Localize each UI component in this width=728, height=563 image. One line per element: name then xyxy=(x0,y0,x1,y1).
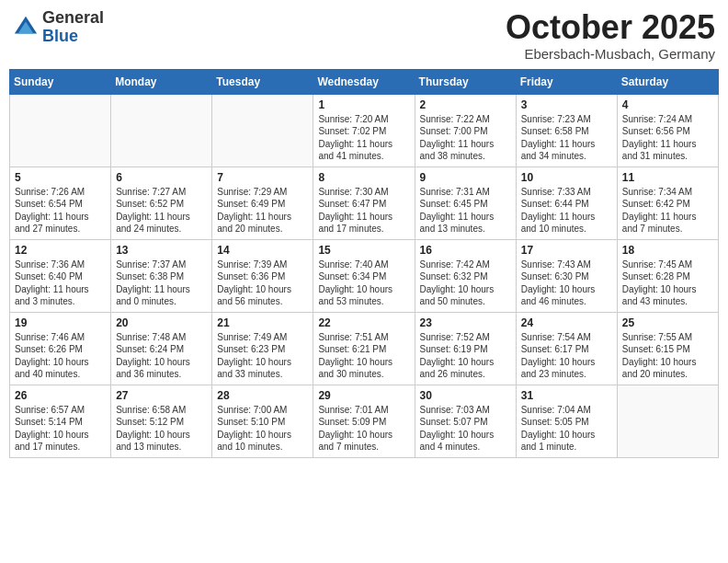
day-info: Sunrise: 7:23 AM Sunset: 6:58 PM Dayligh… xyxy=(521,113,612,163)
day-number: 29 xyxy=(318,389,409,402)
day-info: Sunrise: 7:49 AM Sunset: 6:23 PM Dayligh… xyxy=(217,331,308,381)
title-block: October 2025 Ebersbach-Musbach, Germany xyxy=(506,9,715,62)
day-number: 27 xyxy=(116,389,207,402)
day-info: Sunrise: 7:04 AM Sunset: 5:05 PM Dayligh… xyxy=(521,404,612,454)
calendar-week-row: 19Sunrise: 7:46 AM Sunset: 6:26 PM Dayli… xyxy=(10,312,719,385)
day-info: Sunrise: 7:31 AM Sunset: 6:45 PM Dayligh… xyxy=(420,186,511,236)
calendar-cell xyxy=(617,385,718,457)
day-info: Sunrise: 7:48 AM Sunset: 6:24 PM Dayligh… xyxy=(116,331,207,381)
calendar-cell: 1Sunrise: 7:20 AM Sunset: 7:02 PM Daylig… xyxy=(313,94,415,167)
logo-blue-text: Blue xyxy=(42,28,104,46)
day-number: 31 xyxy=(521,389,612,402)
calendar-cell: 7Sunrise: 7:29 AM Sunset: 6:49 PM Daylig… xyxy=(212,167,313,239)
day-number: 28 xyxy=(217,389,308,402)
day-header-friday: Friday xyxy=(516,69,617,94)
calendar-cell: 8Sunrise: 7:30 AM Sunset: 6:47 PM Daylig… xyxy=(313,167,415,239)
day-number: 3 xyxy=(521,98,612,111)
calendar-cell: 22Sunrise: 7:51 AM Sunset: 6:21 PM Dayli… xyxy=(313,312,415,385)
day-number: 8 xyxy=(318,171,409,184)
day-number: 30 xyxy=(420,389,511,402)
day-number: 21 xyxy=(217,316,308,329)
calendar-week-row: 26Sunrise: 6:57 AM Sunset: 5:14 PM Dayli… xyxy=(10,385,719,457)
day-number: 17 xyxy=(521,244,612,257)
calendar-cell: 29Sunrise: 7:01 AM Sunset: 5:09 PM Dayli… xyxy=(313,385,415,457)
day-info: Sunrise: 7:54 AM Sunset: 6:17 PM Dayligh… xyxy=(521,331,612,381)
logo-text: General Blue xyxy=(42,9,104,46)
calendar-cell: 12Sunrise: 7:36 AM Sunset: 6:40 PM Dayli… xyxy=(10,239,111,312)
calendar-week-row: 12Sunrise: 7:36 AM Sunset: 6:40 PM Dayli… xyxy=(10,239,719,312)
day-number: 13 xyxy=(116,244,207,257)
day-info: Sunrise: 7:37 AM Sunset: 6:38 PM Dayligh… xyxy=(116,259,207,308)
calendar-cell: 16Sunrise: 7:42 AM Sunset: 6:32 PM Dayli… xyxy=(415,239,516,312)
day-info: Sunrise: 6:58 AM Sunset: 5:12 PM Dayligh… xyxy=(116,404,207,454)
day-number: 10 xyxy=(521,171,612,184)
day-number: 14 xyxy=(217,244,308,257)
day-number: 18 xyxy=(622,244,713,257)
day-number: 9 xyxy=(420,171,511,184)
day-info: Sunrise: 7:27 AM Sunset: 6:52 PM Dayligh… xyxy=(116,186,207,236)
day-number: 24 xyxy=(521,316,612,329)
day-info: Sunrise: 7:33 AM Sunset: 6:44 PM Dayligh… xyxy=(521,186,612,236)
calendar-cell: 6Sunrise: 7:27 AM Sunset: 6:52 PM Daylig… xyxy=(111,167,212,239)
day-number: 20 xyxy=(116,316,207,329)
day-number: 25 xyxy=(622,316,713,329)
day-info: Sunrise: 7:22 AM Sunset: 7:00 PM Dayligh… xyxy=(420,113,511,163)
day-number: 1 xyxy=(318,98,409,111)
calendar-table: SundayMondayTuesdayWednesdayThursdayFrid… xyxy=(9,69,719,458)
calendar-cell: 31Sunrise: 7:04 AM Sunset: 5:05 PM Dayli… xyxy=(516,385,617,457)
day-info: Sunrise: 7:55 AM Sunset: 6:15 PM Dayligh… xyxy=(622,331,713,381)
logo: General Blue xyxy=(13,9,104,46)
calendar-cell: 15Sunrise: 7:40 AM Sunset: 6:34 PM Dayli… xyxy=(313,239,415,312)
day-number: 6 xyxy=(116,171,207,184)
day-number: 19 xyxy=(15,316,106,329)
day-number: 2 xyxy=(420,98,511,111)
calendar-cell: 23Sunrise: 7:52 AM Sunset: 6:19 PM Dayli… xyxy=(415,312,516,385)
day-info: Sunrise: 7:20 AM Sunset: 7:02 PM Dayligh… xyxy=(318,113,409,163)
day-info: Sunrise: 7:39 AM Sunset: 6:36 PM Dayligh… xyxy=(217,259,308,308)
calendar-cell: 4Sunrise: 7:24 AM Sunset: 6:56 PM Daylig… xyxy=(617,94,718,167)
day-info: Sunrise: 7:51 AM Sunset: 6:21 PM Dayligh… xyxy=(318,331,409,381)
calendar-week-row: 1Sunrise: 7:20 AM Sunset: 7:02 PM Daylig… xyxy=(10,94,719,167)
day-info: Sunrise: 7:03 AM Sunset: 5:07 PM Dayligh… xyxy=(420,404,511,454)
calendar-week-row: 5Sunrise: 7:26 AM Sunset: 6:54 PM Daylig… xyxy=(10,167,719,239)
calendar-subtitle: Ebersbach-Musbach, Germany xyxy=(506,46,715,62)
calendar-cell: 18Sunrise: 7:45 AM Sunset: 6:28 PM Dayli… xyxy=(617,239,718,312)
logo-icon xyxy=(13,15,39,40)
day-info: Sunrise: 7:42 AM Sunset: 6:32 PM Dayligh… xyxy=(420,259,511,308)
day-info: Sunrise: 7:40 AM Sunset: 6:34 PM Dayligh… xyxy=(318,259,409,308)
calendar-header-row: SundayMondayTuesdayWednesdayThursdayFrid… xyxy=(10,69,719,94)
day-info: Sunrise: 7:00 AM Sunset: 5:10 PM Dayligh… xyxy=(217,404,308,454)
calendar-cell: 27Sunrise: 6:58 AM Sunset: 5:12 PM Dayli… xyxy=(111,385,212,457)
day-number: 22 xyxy=(318,316,409,329)
calendar-cell: 5Sunrise: 7:26 AM Sunset: 6:54 PM Daylig… xyxy=(10,167,111,239)
calendar-cell: 2Sunrise: 7:22 AM Sunset: 7:00 PM Daylig… xyxy=(415,94,516,167)
day-info: Sunrise: 7:34 AM Sunset: 6:42 PM Dayligh… xyxy=(622,186,713,236)
calendar-cell xyxy=(212,94,313,167)
calendar-cell: 21Sunrise: 7:49 AM Sunset: 6:23 PM Dayli… xyxy=(212,312,313,385)
day-header-wednesday: Wednesday xyxy=(313,69,415,94)
day-header-sunday: Sunday xyxy=(10,69,111,94)
day-number: 7 xyxy=(217,171,308,184)
day-info: Sunrise: 7:46 AM Sunset: 6:26 PM Dayligh… xyxy=(15,331,106,381)
day-info: Sunrise: 7:45 AM Sunset: 6:28 PM Dayligh… xyxy=(622,259,713,308)
day-number: 12 xyxy=(15,244,106,257)
day-info: Sunrise: 7:29 AM Sunset: 6:49 PM Dayligh… xyxy=(217,186,308,236)
day-number: 26 xyxy=(15,389,106,402)
day-number: 11 xyxy=(622,171,713,184)
day-info: Sunrise: 7:52 AM Sunset: 6:19 PM Dayligh… xyxy=(420,331,511,381)
day-info: Sunrise: 7:26 AM Sunset: 6:54 PM Dayligh… xyxy=(15,186,106,236)
day-number: 4 xyxy=(622,98,713,111)
day-header-thursday: Thursday xyxy=(415,69,516,94)
day-info: Sunrise: 7:30 AM Sunset: 6:47 PM Dayligh… xyxy=(318,186,409,236)
day-info: Sunrise: 7:24 AM Sunset: 6:56 PM Dayligh… xyxy=(622,113,713,163)
calendar-cell: 11Sunrise: 7:34 AM Sunset: 6:42 PM Dayli… xyxy=(617,167,718,239)
day-number: 16 xyxy=(420,244,511,257)
calendar-cell xyxy=(10,94,111,167)
calendar-cell: 3Sunrise: 7:23 AM Sunset: 6:58 PM Daylig… xyxy=(516,94,617,167)
calendar-cell: 14Sunrise: 7:39 AM Sunset: 6:36 PM Dayli… xyxy=(212,239,313,312)
calendar-title: October 2025 xyxy=(506,9,715,46)
day-info: Sunrise: 7:43 AM Sunset: 6:30 PM Dayligh… xyxy=(521,259,612,308)
calendar-cell: 25Sunrise: 7:55 AM Sunset: 6:15 PM Dayli… xyxy=(617,312,718,385)
calendar-cell: 24Sunrise: 7:54 AM Sunset: 6:17 PM Dayli… xyxy=(516,312,617,385)
calendar-cell: 30Sunrise: 7:03 AM Sunset: 5:07 PM Dayli… xyxy=(415,385,516,457)
